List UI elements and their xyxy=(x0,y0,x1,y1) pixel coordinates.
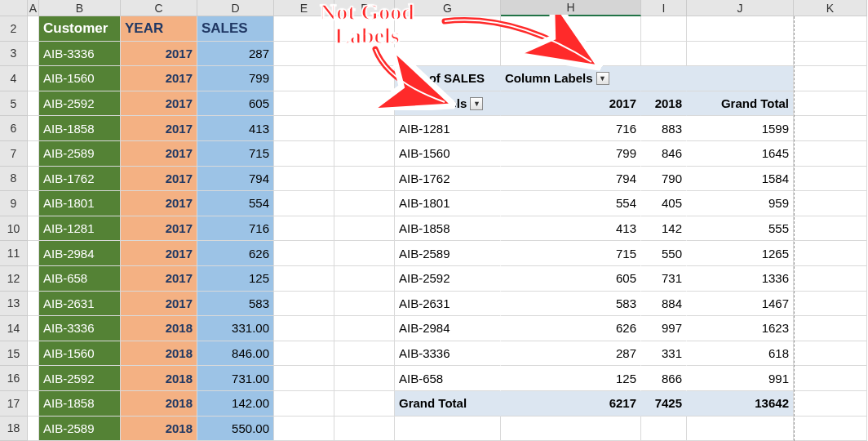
cell[interactable]: AIB-3336 xyxy=(39,42,121,67)
cell[interactable] xyxy=(274,316,334,341)
cell[interactable]: AIB-1762 xyxy=(395,167,501,192)
cell[interactable]: 405 xyxy=(641,191,687,216)
cell[interactable] xyxy=(28,366,39,391)
cell[interactable]: 716 xyxy=(501,116,641,141)
cell[interactable]: 2017 xyxy=(121,241,197,266)
cell[interactable] xyxy=(334,191,395,216)
row-header-2[interactable]: 2 xyxy=(0,16,28,42)
cell[interactable]: 2017 xyxy=(121,141,197,167)
cell[interactable]: 2017 xyxy=(121,292,197,317)
cell[interactable] xyxy=(395,16,501,42)
cell[interactable]: 2017 xyxy=(121,116,197,141)
cell[interactable] xyxy=(274,91,334,117)
cell[interactable]: 554 xyxy=(501,191,641,216)
cell[interactable]: Sum of SALES xyxy=(395,66,501,91)
cell[interactable] xyxy=(334,292,395,317)
cell[interactable]: 997 xyxy=(641,316,687,341)
cell[interactable]: 583 xyxy=(501,292,641,317)
cell[interactable] xyxy=(334,167,395,192)
cell[interactable] xyxy=(28,216,39,242)
cell[interactable] xyxy=(334,416,395,442)
cell[interactable]: 799 xyxy=(501,141,641,167)
cell[interactable] xyxy=(28,116,39,141)
cell[interactable] xyxy=(501,416,641,442)
cell[interactable] xyxy=(687,16,794,42)
cell[interactable] xyxy=(28,16,39,42)
cell[interactable]: 583 xyxy=(197,292,274,317)
cell[interactable]: 799 xyxy=(197,66,274,91)
cell[interactable] xyxy=(501,16,641,42)
cell[interactable]: AIB-1560 xyxy=(395,141,501,167)
cell[interactable]: 2017 xyxy=(121,191,197,216)
row-header-3[interactable]: 3 xyxy=(0,42,28,67)
cell[interactable]: Row Labels▼ xyxy=(395,91,501,117)
cell[interactable] xyxy=(334,91,395,117)
cell[interactable] xyxy=(274,241,334,266)
cell[interactable]: 731 xyxy=(641,266,687,292)
cell[interactable]: 715 xyxy=(197,141,274,167)
cell[interactable]: 884 xyxy=(641,292,687,317)
cell[interactable] xyxy=(274,292,334,317)
cell[interactable] xyxy=(274,16,334,42)
cell[interactable] xyxy=(794,366,867,391)
cell[interactable] xyxy=(274,116,334,141)
cell[interactable]: 626 xyxy=(197,241,274,266)
cell[interactable] xyxy=(28,191,39,216)
cell[interactable]: 618 xyxy=(687,341,794,367)
cell[interactable] xyxy=(28,141,39,167)
cell[interactable]: 790 xyxy=(641,167,687,192)
cell[interactable] xyxy=(334,16,395,42)
cell[interactable]: 550.00 xyxy=(197,416,274,442)
cell[interactable] xyxy=(334,241,395,266)
cell[interactable]: 715 xyxy=(501,241,641,266)
cell[interactable] xyxy=(274,66,334,91)
cell[interactable]: 6217 xyxy=(501,391,641,416)
row-header-9[interactable]: 9 xyxy=(0,191,28,216)
cell[interactable]: 125 xyxy=(197,266,274,292)
cell[interactable] xyxy=(794,292,867,317)
cell[interactable]: 2018 xyxy=(121,366,197,391)
cell[interactable] xyxy=(274,141,334,167)
cell[interactable] xyxy=(794,416,867,442)
cell[interactable] xyxy=(794,216,867,242)
cell[interactable] xyxy=(334,391,395,416)
cell[interactable]: AIB-1858 xyxy=(395,216,501,242)
cell[interactable] xyxy=(28,416,39,442)
cell[interactable] xyxy=(28,42,39,67)
cell[interactable]: 1623 xyxy=(687,316,794,341)
row-header-15[interactable]: 15 xyxy=(0,341,28,367)
cell[interactable]: Grand Total xyxy=(395,391,501,416)
cell[interactable]: 142 xyxy=(641,216,687,242)
cell[interactable]: 2017 xyxy=(121,66,197,91)
cell[interactable]: SALES xyxy=(197,16,274,42)
dropdown-icon[interactable]: ▼ xyxy=(596,72,609,85)
cell[interactable]: 550 xyxy=(641,241,687,266)
cell[interactable]: AIB-658 xyxy=(395,366,501,391)
cell[interactable]: Grand Total xyxy=(687,91,794,117)
cell[interactable] xyxy=(501,42,641,67)
column-header-F[interactable]: F xyxy=(334,0,395,16)
cell[interactable] xyxy=(28,91,39,117)
cell[interactable] xyxy=(687,42,794,67)
cell[interactable] xyxy=(274,391,334,416)
cell[interactable] xyxy=(794,116,867,141)
cell[interactable]: AIB-3336 xyxy=(39,316,121,341)
cell[interactable] xyxy=(794,167,867,192)
row-header-18[interactable]: 18 xyxy=(0,416,28,442)
cell[interactable]: 142.00 xyxy=(197,391,274,416)
cell[interactable] xyxy=(794,91,867,117)
cell[interactable]: AIB-1858 xyxy=(39,116,121,141)
cell[interactable] xyxy=(28,167,39,192)
row-header-11[interactable]: 11 xyxy=(0,241,28,266)
select-all-corner[interactable] xyxy=(0,0,28,16)
row-header-13[interactable]: 13 xyxy=(0,292,28,317)
cell[interactable] xyxy=(334,216,395,242)
cell[interactable]: AIB-2984 xyxy=(39,241,121,266)
cell[interactable] xyxy=(274,167,334,192)
column-header-K[interactable]: K xyxy=(794,0,867,16)
cell[interactable]: AIB-2589 xyxy=(39,416,121,442)
cell[interactable]: 1336 xyxy=(687,266,794,292)
column-header-H[interactable]: H xyxy=(501,0,641,16)
cell[interactable] xyxy=(334,116,395,141)
cell[interactable]: 555 xyxy=(687,216,794,242)
